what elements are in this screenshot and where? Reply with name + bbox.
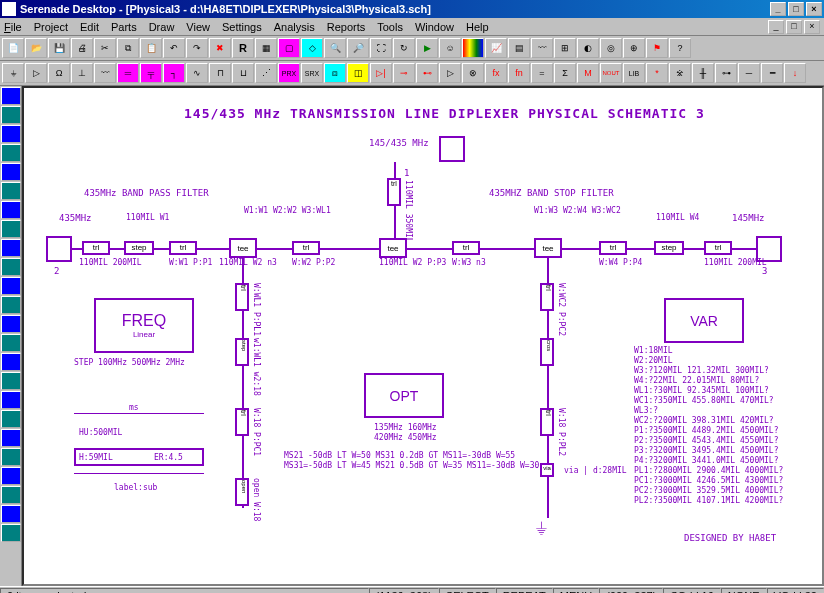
new-icon[interactable]: 📄 [2,38,24,58]
mdi-close-button[interactable]: × [804,20,820,34]
bars-icon[interactable] [462,38,484,58]
cut-icon[interactable]: ✂ [94,38,116,58]
undo-icon[interactable]: ↶ [163,38,185,58]
zoom-in-icon[interactable]: 🔍 [324,38,346,58]
bend-icon[interactable]: ┐ [163,63,185,83]
tool-rot-icon[interactable] [1,505,21,523]
menu-help[interactable]: Help [466,21,489,33]
redo-icon[interactable]: ↷ [186,38,208,58]
tool-bus-icon[interactable] [1,182,21,200]
wave-icon[interactable]: 〰 [531,38,553,58]
close-button[interactable]: × [806,2,822,16]
run-icon[interactable]: ▶ [416,38,438,58]
menu-settings[interactable]: Settings [222,21,262,33]
menu-draw[interactable]: Draw [149,21,175,33]
paste-icon[interactable]: 📋 [140,38,162,58]
maximize-button[interactable]: □ [788,2,804,16]
delete-icon[interactable]: ✖ [209,38,231,58]
probe-icon[interactable]: ↓ [784,63,806,83]
srx-icon[interactable]: SRX [301,63,323,83]
diamond-icon[interactable]: ◇ [301,38,323,58]
bus-icon[interactable]: ━ [761,63,783,83]
net-icon[interactable]: ⊞ [554,38,576,58]
sum-icon[interactable]: Σ [554,63,576,83]
saw-icon[interactable]: ⋰ [255,63,277,83]
open-icon[interactable]: 📂 [25,38,47,58]
coup-icon[interactable]: ╫ [692,63,714,83]
sq-icon[interactable]: ⊓ [209,63,231,83]
minimize-button[interactable]: _ [770,2,786,16]
flag-icon[interactable]: ⚑ [646,38,668,58]
rect-icon[interactable]: ▢ [278,38,300,58]
menu-reports[interactable]: Reports [327,21,366,33]
eq-icon[interactable]: = [531,63,553,83]
tool-wire-icon[interactable] [1,106,21,124]
status-menu[interactable]: MENU [553,588,599,594]
m-icon[interactable]: M [577,63,599,83]
fx-icon[interactable]: fx [485,63,507,83]
menu-tools[interactable]: Tools [377,21,403,33]
tool-power-icon[interactable] [1,258,21,276]
menu-file[interactable]: File [4,21,22,33]
xtal-icon[interactable]: ⧈ [324,63,346,83]
status-repeat[interactable]: REPEAT [496,588,553,594]
ferrite-icon[interactable]: ◫ [347,63,369,83]
port-icon[interactable]: ▷ [25,63,47,83]
wire-icon[interactable]: ─ [738,63,760,83]
tool-layer-icon[interactable] [1,467,21,485]
bjt-icon[interactable]: ⊸ [393,63,415,83]
noise-icon[interactable]: ※ [669,63,691,83]
tool-flip-icon[interactable] [1,524,21,542]
amp-icon[interactable]: ▷ [439,63,461,83]
tool-poly-icon[interactable] [1,353,21,371]
fn-icon[interactable]: fn [508,63,530,83]
tool-text-icon[interactable] [1,144,21,162]
tool-grid-icon[interactable] [1,429,21,447]
trans-icon[interactable]: ⊶ [715,63,737,83]
menu-analysis[interactable]: Analysis [274,21,315,33]
help-icon[interactable]: ? [669,38,691,58]
diode-icon[interactable]: ▷| [370,63,392,83]
pie-icon[interactable]: ◐ [577,38,599,58]
tool-circle-icon[interactable] [1,315,21,333]
zoom-fit-icon[interactable]: ⛶ [370,38,392,58]
nout-icon[interactable]: NOUT [600,63,622,83]
tool-meas-icon[interactable] [1,486,21,504]
tline-icon[interactable]: ═ [117,63,139,83]
src-icon[interactable]: * [646,63,668,83]
smiley-icon[interactable]: ☺ [439,38,461,58]
tool-rect-icon[interactable] [1,296,21,314]
res-icon[interactable]: Ω [48,63,70,83]
status-select[interactable]: SELECT [439,588,496,594]
tool-gnd-icon[interactable] [1,239,21,257]
grid-icon[interactable]: ▦ [255,38,277,58]
prx-icon[interactable]: PRX [278,63,300,83]
pulse-icon[interactable]: ⊔ [232,63,254,83]
tool-net-icon[interactable] [1,163,21,181]
r-icon[interactable]: R [232,38,254,58]
table-icon[interactable]: ▤ [508,38,530,58]
tool-snap-icon[interactable] [1,448,21,466]
refresh-icon[interactable]: ↻ [393,38,415,58]
tool-dim-icon[interactable] [1,372,21,390]
sine-icon[interactable]: ∿ [186,63,208,83]
menu-window[interactable]: Window [415,21,454,33]
polar-icon[interactable]: ⊕ [623,38,645,58]
tool-line-icon[interactable] [1,277,21,295]
lib-icon[interactable]: LIB [623,63,645,83]
tool-select-icon[interactable] [1,87,21,105]
menu-view[interactable]: View [186,21,210,33]
fet-icon[interactable]: ⊷ [416,63,438,83]
schematic-canvas[interactable]: 145/435 MHz TRANSMISSION LINE DIPLEXER P… [22,86,824,586]
mix-icon[interactable]: ⊗ [462,63,484,83]
mdi-minimize-button[interactable]: _ [768,20,784,34]
menu-project[interactable]: Project [34,21,68,33]
tool-arc-icon[interactable] [1,334,21,352]
tool-port-icon[interactable] [1,220,21,238]
ind-icon[interactable]: 〰 [94,63,116,83]
menu-parts[interactable]: Parts [111,21,137,33]
copy-icon[interactable]: ⧉ [117,38,139,58]
tool-junction-icon[interactable] [1,201,21,219]
print-icon[interactable]: 🖨 [71,38,93,58]
gnd-icon[interactable]: ⏚ [2,63,24,83]
